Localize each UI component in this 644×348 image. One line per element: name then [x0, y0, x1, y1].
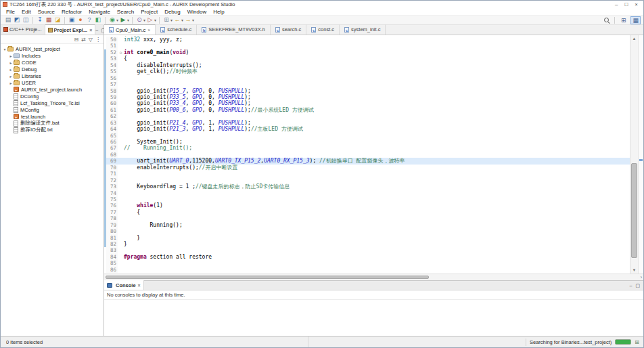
code-line-56[interactable]: 56 — [104, 75, 630, 81]
chevron-right-icon[interactable]: ▸ — [8, 53, 14, 58]
vscroll-track[interactable] — [630, 42, 638, 267]
chevron-down-icon[interactable]: ▾ — [2, 47, 7, 51]
code-line-76[interactable]: 76 while(1) — [104, 202, 630, 209]
close-icon[interactable]: × — [635, 1, 638, 8]
code-line-63[interactable]: 63 gpio_init(P21_4, GPO, 1, PUSHPULL); — [104, 120, 630, 126]
minimize-icon[interactable]: – — [615, 1, 618, 8]
code-line-67[interactable]: 67// Running_Init(); — [104, 145, 630, 151]
code-line-85[interactable]: 85 — [104, 260, 630, 266]
line-number[interactable]: 50 — [106, 37, 118, 43]
line-number[interactable]: 77 — [106, 209, 118, 215]
tab-console[interactable]: Console × — [104, 280, 144, 290]
run-icon[interactable]: ▶ — [119, 16, 127, 24]
line-number[interactable]: 53 — [106, 56, 118, 62]
line-number[interactable]: 65 — [106, 133, 118, 139]
code-line-65[interactable]: 65 — [104, 133, 630, 139]
hscroll-thumb[interactable] — [106, 276, 429, 279]
debug-icon[interactable]: ◉ — [108, 16, 116, 24]
code-line-50[interactable]: 50int32 xxx, yyy, z; — [104, 37, 630, 43]
line-number[interactable]: 69 — [106, 158, 118, 164]
progress-view-icon[interactable]: ⊞ — [635, 339, 639, 345]
tree-item-libraries[interactable]: ▸Libraries — [1, 72, 104, 79]
close-icon[interactable]: × — [138, 283, 141, 288]
menu-file[interactable]: File — [3, 9, 18, 15]
flash-download-icon[interactable]: ↧ — [36, 16, 44, 24]
line-number[interactable]: 73 — [106, 183, 118, 190]
scroll-right-icon[interactable]: › — [641, 275, 642, 280]
chevron-right-icon[interactable]: ▸ — [8, 81, 14, 85]
profile-icon[interactable]: ⊙ — [135, 16, 143, 24]
external-tools-icon[interactable]: ▷ — [146, 16, 154, 24]
help-icon[interactable]: ? — [85, 16, 93, 24]
line-number[interactable]: 58 — [106, 88, 118, 94]
code-line-86[interactable]: 86 — [104, 267, 630, 273]
code-line-62[interactable]: 62 — [104, 113, 630, 119]
menu-refactor[interactable]: Refactor — [59, 9, 85, 15]
tab-search-c[interactable]: csearch.c — [271, 24, 306, 35]
code-area[interactable]: 50int32 xxx, yyy, z;5152⊖int core0_main(… — [104, 35, 630, 274]
code-line-75[interactable]: 75 — [104, 196, 630, 202]
line-number[interactable]: 63 — [106, 120, 118, 126]
line-number[interactable]: 54 — [106, 62, 118, 68]
code-line-73[interactable]: 73 Keyboardflag = 1 ;//键盘走后的标志，防止SD卡传输信息 — [104, 183, 630, 190]
tree-item-user[interactable]: ▸USER — [1, 79, 104, 86]
tab-c-c-proje-[interactable]: C/C++ Proje... — [1, 24, 45, 35]
new-wizard-icon[interactable]: ⊞ — [162, 16, 170, 24]
new-project-icon[interactable]: ▦ — [45, 16, 53, 24]
code-line-57[interactable]: 57 — [104, 81, 630, 87]
line-number[interactable]: 70 — [106, 165, 118, 171]
collapse-all-icon[interactable]: ⊟ — [74, 37, 78, 43]
save-icon[interactable]: ◩ — [13, 16, 21, 24]
build-config-icon[interactable]: ◪ — [53, 16, 62, 24]
line-number[interactable]: 84 — [106, 254, 118, 260]
line-number[interactable]: 76 — [106, 202, 118, 209]
maximize-view-icon[interactable]: ▢ — [635, 283, 640, 288]
tree-item--io-txt[interactable]: 推荐IO分配.txt — [1, 127, 104, 133]
line-number[interactable]: 55 — [106, 68, 118, 74]
titlebar[interactable]: TC264 16th打表 220 330 号 - AURIX_test_proj… — [1, 1, 643, 8]
tree-item-aurix-test-project-launch[interactable]: ▸AURIX_test_project.launch — [1, 86, 104, 93]
profile-dropdown-icon[interactable]: ▾ — [143, 18, 145, 22]
line-number[interactable]: 64 — [106, 126, 118, 132]
scroll-up-icon[interactable]: ▲ — [632, 35, 637, 42]
tree-item-mconfig[interactable]: MConfig — [1, 106, 104, 113]
menu-project[interactable]: Project — [138, 9, 160, 15]
ads-home-icon[interactable]: ● — [76, 16, 85, 24]
chevron-right-icon[interactable]: ▸ — [8, 74, 14, 79]
line-number[interactable]: 78 — [106, 215, 118, 221]
code-line-64[interactable]: 64 gpio_init(P21_3, GPO, 1, PUSHPULL);//… — [104, 126, 630, 132]
code-line-58[interactable]: 58 gpio_init(P15_7, GPO, 0, PUSHPULL); — [104, 88, 630, 94]
close-icon[interactable]: × — [89, 28, 92, 32]
line-number[interactable]: 79 — [106, 222, 118, 228]
code-line-59[interactable]: 59 gpio_init(P33_5, GPO, 0, PUSHPULL); — [104, 94, 630, 100]
line-number[interactable]: 51 — [106, 43, 118, 49]
editor-horizontal-scrollbar[interactable]: › — [104, 274, 643, 280]
menu-edit[interactable]: Edit — [19, 9, 34, 15]
line-number[interactable]: 75 — [106, 196, 118, 202]
line-number[interactable]: 59 — [106, 94, 118, 100]
new-file-icon[interactable]: ▤ — [4, 16, 12, 24]
code-line-79[interactable]: 79 Running(); — [104, 222, 630, 228]
maximize-icon[interactable]: □ — [624, 1, 628, 8]
editor-vertical-scrollbar[interactable]: ▲ ▼ — [630, 35, 638, 274]
search-icon[interactable] — [603, 17, 610, 24]
code-line-82[interactable]: 82} — [104, 241, 630, 247]
fold-collapse-icon[interactable]: ⊖ — [118, 49, 124, 56]
code-line-84[interactable]: 84#pragma section all restore — [104, 254, 630, 260]
line-number[interactable]: 74 — [106, 190, 118, 196]
code-line-69[interactable]: 69 uart_init(UART_0,115200,UART0_TX_P15_… — [104, 158, 630, 164]
code-line-52[interactable]: 52⊖int core0_main(void) — [104, 49, 630, 56]
run-dropdown-icon[interactable]: ▾ — [127, 18, 129, 22]
menu-source[interactable]: Source — [35, 9, 58, 15]
tree-item-dconfig[interactable]: DConfig — [1, 93, 104, 100]
code-line-61[interactable]: 61 gpio_init(P00_6, GPO, 0, PUSHPULL);//… — [104, 107, 630, 113]
line-number[interactable]: 86 — [106, 267, 118, 273]
save-all-icon[interactable]: ◫ — [22, 16, 30, 24]
line-number[interactable]: 85 — [106, 260, 118, 266]
code-line-68[interactable]: 68 — [104, 152, 630, 158]
close-icon[interactable]: × — [147, 28, 150, 32]
overview-marker[interactable] — [639, 159, 643, 161]
menu-navigate[interactable]: Navigate — [86, 9, 113, 15]
code-line-53[interactable]: 53{ — [104, 56, 630, 62]
tree-item-debug[interactable]: ▸Debug — [1, 66, 104, 72]
